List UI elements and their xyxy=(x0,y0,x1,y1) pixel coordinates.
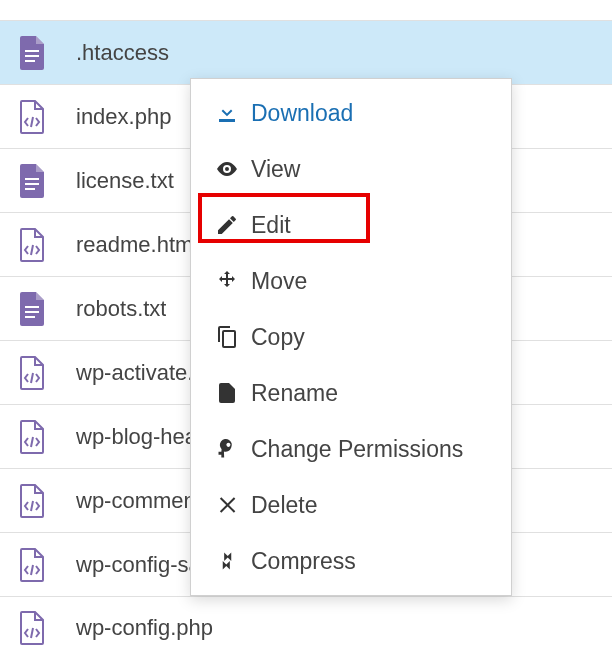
document-icon xyxy=(18,163,66,199)
code-file-icon xyxy=(18,99,66,135)
menu-item-compress[interactable]: Compress xyxy=(191,533,511,589)
file-name: .htaccess xyxy=(66,40,169,66)
compress-icon xyxy=(209,549,245,573)
menu-item-permissions[interactable]: Change Permissions xyxy=(191,421,511,477)
menu-label: View xyxy=(245,156,300,183)
menu-item-move[interactable]: Move xyxy=(191,253,511,309)
file-name: readme.html xyxy=(66,232,198,258)
code-file-icon xyxy=(18,355,66,391)
code-file-icon xyxy=(18,610,66,646)
file-row[interactable]: wp-includes xyxy=(0,0,612,20)
menu-item-copy[interactable]: Copy xyxy=(191,309,511,365)
file-row[interactable]: wp-config.php xyxy=(0,596,612,647)
menu-label: Delete xyxy=(245,492,317,519)
menu-item-edit[interactable]: Edit xyxy=(191,197,511,253)
code-file-icon xyxy=(18,419,66,455)
file-name: wp-includes xyxy=(66,0,192,1)
close-icon xyxy=(209,493,245,517)
file-name: license.txt xyxy=(66,168,174,194)
file-row[interactable]: .htaccess xyxy=(0,20,612,84)
menu-item-delete[interactable]: Delete xyxy=(191,477,511,533)
menu-label: Download xyxy=(245,100,353,127)
file-icon xyxy=(209,381,245,405)
menu-item-rename[interactable]: Rename xyxy=(191,365,511,421)
code-file-icon xyxy=(18,483,66,519)
menu-label: Copy xyxy=(245,324,305,351)
document-icon xyxy=(18,291,66,327)
menu-label: Move xyxy=(245,268,307,295)
context-menu: Download View Edit Move Copy Rename Ch xyxy=(190,78,512,596)
menu-item-download[interactable]: Download xyxy=(191,85,511,141)
eye-icon xyxy=(209,157,245,181)
pencil-icon xyxy=(209,213,245,237)
download-icon xyxy=(209,101,245,125)
menu-item-view[interactable]: View xyxy=(191,141,511,197)
menu-label: Change Permissions xyxy=(245,436,463,463)
file-name: wp-config.php xyxy=(66,615,213,641)
code-file-icon xyxy=(18,547,66,583)
menu-label: Rename xyxy=(245,380,338,407)
document-icon xyxy=(18,35,66,71)
code-file-icon xyxy=(18,227,66,263)
folder-icon xyxy=(18,0,66,6)
file-name: robots.txt xyxy=(66,296,166,322)
menu-label: Compress xyxy=(245,548,356,575)
menu-label: Edit xyxy=(245,212,291,239)
move-icon xyxy=(209,269,245,293)
copy-icon xyxy=(209,325,245,349)
key-icon xyxy=(209,437,245,461)
file-name: index.php xyxy=(66,104,171,130)
